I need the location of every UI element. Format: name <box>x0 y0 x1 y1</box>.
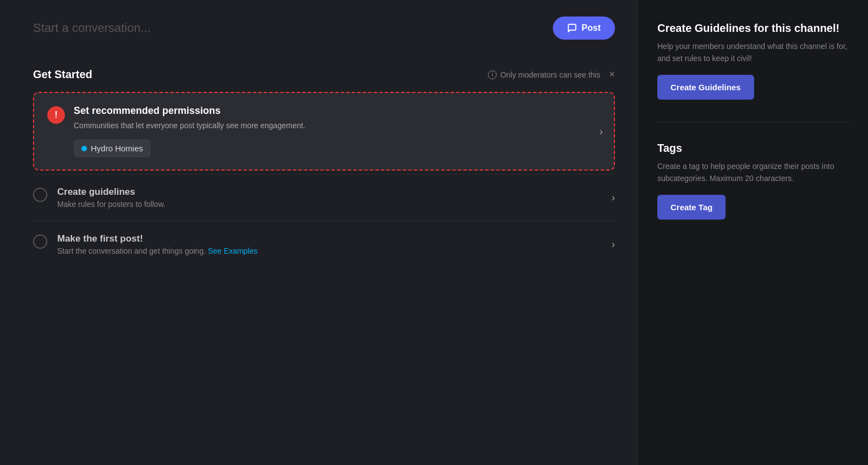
first-post-desc: Start the conversation and get things go… <box>57 247 598 255</box>
guidelines-section-title: Create Guidelines for this channel! <box>657 22 848 35</box>
close-button[interactable]: × <box>609 69 615 80</box>
conversation-placeholder[interactable]: Start a conversation... <box>33 21 151 35</box>
left-panel: Start a conversation... Post Get Started… <box>0 0 637 465</box>
guidelines-section-desc: Help your members understand what this c… <box>657 40 848 65</box>
tags-section-title: Tags <box>657 142 848 155</box>
first-post-item[interactable]: Make the first post! Start the conversat… <box>33 221 615 267</box>
guidelines-chevron: › <box>612 192 615 204</box>
tags-section: Tags Create a tag to help people organiz… <box>657 142 848 220</box>
conversation-bar: Start a conversation... Post <box>33 17 615 51</box>
section-divider <box>657 122 848 122</box>
info-icon: i <box>488 70 497 79</box>
community-name: Hydro Homies <box>91 144 143 153</box>
guidelines-desc: Make rules for posters to follow. <box>57 200 598 209</box>
cyan-dot <box>81 146 87 151</box>
guidelines-title: Create guidelines <box>57 187 598 198</box>
see-examples-link[interactable]: See Examples <box>208 247 257 255</box>
permissions-card-chevron: › <box>600 125 603 137</box>
get-started-header: Get Started i Only moderators can see th… <box>33 68 615 81</box>
check-circle-guidelines <box>33 188 47 202</box>
main-layout: Start a conversation... Post Get Started… <box>0 0 868 465</box>
get-started-title: Get Started <box>33 68 92 81</box>
right-panel: Create Guidelines for this channel! Help… <box>637 0 868 465</box>
first-post-content: Make the first post! Start the conversat… <box>57 233 615 255</box>
check-circle-post <box>33 234 47 249</box>
guidelines-section: Create Guidelines for this channel! Help… <box>657 22 848 100</box>
moderator-notice: i Only moderators can see this × <box>488 69 615 80</box>
chat-icon <box>567 23 577 33</box>
guidelines-content: Create guidelines Make rules for posters… <box>57 187 615 209</box>
create-tag-button[interactable]: Create Tag <box>657 195 726 220</box>
card-content: Set recommended permissions Communities … <box>74 105 601 157</box>
permissions-card-title: Set recommended permissions <box>74 105 584 117</box>
post-button[interactable]: Post <box>553 17 615 40</box>
permissions-card-desc: Communities that let everyone post typic… <box>74 120 584 132</box>
post-button-label: Post <box>581 23 601 33</box>
permissions-card[interactable]: ! Set recommended permissions Communitie… <box>33 92 615 171</box>
moderator-notice-text: Only moderators can see this <box>500 70 600 79</box>
tags-section-desc: Create a tag to help people organize the… <box>657 160 848 185</box>
alert-icon: ! <box>47 106 65 124</box>
community-tag: Hydro Homies <box>74 139 151 157</box>
create-guidelines-item[interactable]: Create guidelines Make rules for posters… <box>33 174 615 221</box>
first-post-chevron: › <box>612 239 615 250</box>
create-guidelines-button[interactable]: Create Guidelines <box>657 75 754 100</box>
first-post-title: Make the first post! <box>57 233 598 244</box>
